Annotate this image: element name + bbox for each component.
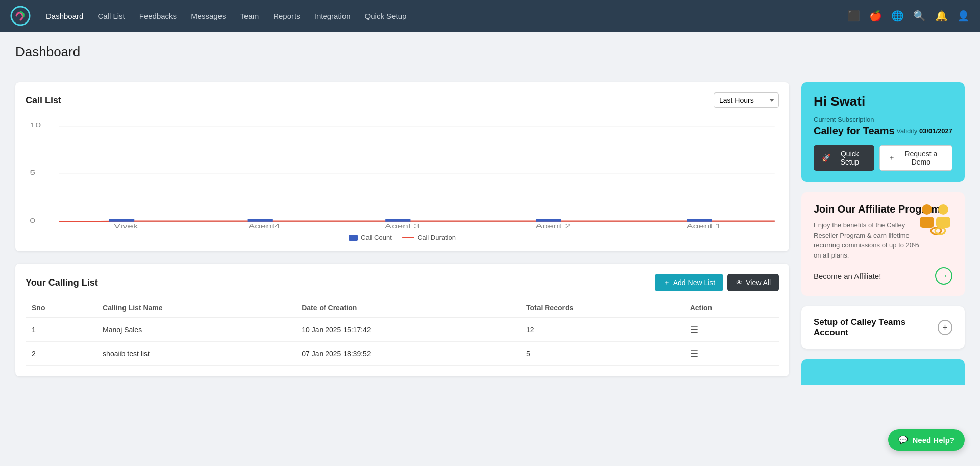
time-range-dropdown[interactable]: Last Hours Last 24 Hours Last Week Last … bbox=[714, 92, 779, 108]
chart-svg: 10 5 0 Vivek Agent4 Agent 3 Agent 2 Agen… bbox=[26, 116, 779, 228]
nav-call-list[interactable]: Call List bbox=[97, 12, 125, 20]
action-menu-icon[interactable]: ☰ bbox=[690, 348, 698, 359]
calling-list-card-header: Your Calling List ＋ Add New List 👁 View … bbox=[26, 274, 779, 291]
row1-records: 12 bbox=[520, 317, 684, 342]
legend-call-count: Call Count bbox=[349, 234, 392, 241]
validity-date: 03/01/2027 bbox=[919, 127, 952, 135]
svg-point-17 bbox=[922, 204, 932, 215]
col-action: Action bbox=[684, 298, 779, 317]
svg-text:Agent 3: Agent 3 bbox=[385, 222, 420, 228]
svg-text:Vivek: Vivek bbox=[114, 222, 138, 228]
navbar: Dashboard Call List Feedbacks Messages T… bbox=[0, 0, 980, 32]
setup-card: Setup of Calley Teams Account + bbox=[801, 306, 965, 349]
row2-action[interactable]: ☰ bbox=[684, 342, 779, 366]
svg-rect-16 bbox=[687, 219, 712, 222]
apple-icon[interactable]: 🍎 bbox=[869, 10, 882, 22]
demo-icon: ＋ bbox=[888, 153, 895, 162]
affiliate-description: Enjoy the benefits of the Calley Reselle… bbox=[814, 220, 926, 260]
row2-name: shoaiib test list bbox=[96, 342, 296, 366]
plus-icon: ＋ bbox=[663, 278, 670, 287]
affiliate-arrow-button[interactable]: → bbox=[935, 267, 952, 285]
eye-icon: 👁 bbox=[736, 278, 743, 287]
call-list-card: Call List Last Hours Last 24 Hours Last … bbox=[15, 82, 789, 251]
svg-text:Agent4: Agent4 bbox=[248, 222, 280, 228]
table-row: 1 Manoj Sales 10 Jan 2025 15:17:42 12 ☰ bbox=[26, 317, 779, 342]
navbar-links: Dashboard Call List Feedbacks Messages T… bbox=[46, 12, 832, 20]
affiliate-people-icon bbox=[916, 200, 957, 238]
row2-date: 07 Jan 2025 18:39:52 bbox=[296, 342, 520, 366]
calley-logo-icon bbox=[10, 6, 31, 26]
hi-card: Hi Swati Current Subscription Calley for… bbox=[801, 82, 965, 182]
svg-rect-20 bbox=[936, 217, 950, 228]
svg-rect-15 bbox=[536, 219, 561, 222]
row1-date: 10 Jan 2025 15:17:42 bbox=[296, 317, 520, 342]
page-title: Dashboard bbox=[15, 44, 965, 60]
validity-text: Validity 03/01/2027 bbox=[896, 127, 952, 135]
svg-text:Agent 1: Agent 1 bbox=[686, 222, 721, 228]
svg-text:0: 0 bbox=[30, 217, 35, 224]
call-count-legend-box bbox=[349, 235, 358, 241]
navbar-right: ⬛ 🍎 🌐 🔍 🔔 👤 bbox=[847, 10, 970, 22]
col-date: Date of Creation bbox=[296, 298, 520, 317]
nav-feedbacks[interactable]: Feedbacks bbox=[139, 12, 177, 20]
svg-rect-14 bbox=[385, 219, 410, 222]
nav-dashboard[interactable]: Dashboard bbox=[46, 12, 83, 20]
calling-list-card: Your Calling List ＋ Add New List 👁 View … bbox=[15, 264, 789, 376]
subscription-label: Current Subscription bbox=[814, 115, 952, 123]
col-sno: Sno bbox=[26, 298, 96, 317]
add-new-list-button[interactable]: ＋ Add New List bbox=[655, 274, 723, 291]
nav-quick-setup[interactable]: Quick Setup bbox=[365, 12, 407, 20]
nav-messages[interactable]: Messages bbox=[191, 12, 226, 20]
call-list-header: Call List Last Hours Last 24 Hours Last … bbox=[26, 92, 779, 108]
call-duration-label: Call Duration bbox=[418, 234, 456, 241]
brand-logo[interactable] bbox=[10, 6, 31, 26]
table-header: Sno Calling List Name Date of Creation T… bbox=[26, 298, 779, 317]
rocket-icon: 🚀 bbox=[822, 154, 830, 162]
left-column: Call List Last Hours Last 24 Hours Last … bbox=[15, 82, 789, 385]
action-menu-icon[interactable]: ☰ bbox=[690, 324, 698, 335]
hi-card-buttons: 🚀 Quick Setup ＋ Request a Demo bbox=[814, 145, 952, 171]
subscription-plan: Calley for Teams bbox=[814, 125, 895, 137]
call-count-label: Call Count bbox=[361, 234, 392, 241]
chart-legend: Call Count Call Duration bbox=[26, 234, 779, 241]
row1-action[interactable]: ☰ bbox=[684, 317, 779, 342]
setup-expand-button[interactable]: + bbox=[938, 320, 952, 335]
notification-icon[interactable]: 🔔 bbox=[935, 10, 948, 22]
nav-team[interactable]: Team bbox=[240, 12, 259, 20]
svg-text:10: 10 bbox=[30, 121, 41, 129]
right-column: Hi Swati Current Subscription Calley for… bbox=[801, 82, 965, 385]
table-row: 2 shoaiib test list 07 Jan 2025 18:39:52… bbox=[26, 342, 779, 366]
setup-card-header: Setup of Calley Teams Account + bbox=[814, 317, 952, 338]
affiliate-link-text: Become an Affiliate! bbox=[814, 272, 881, 281]
call-list-title: Call List bbox=[26, 95, 61, 106]
call-duration-legend-line bbox=[402, 237, 414, 238]
user-icon[interactable]: 👤 bbox=[957, 10, 970, 22]
view-all-button[interactable]: 👁 View All bbox=[727, 274, 779, 291]
affiliate-link-row: Become an Affiliate! → bbox=[814, 267, 952, 285]
android-icon[interactable]: ⬛ bbox=[847, 10, 860, 22]
row2-sno: 2 bbox=[26, 342, 96, 366]
calling-list-title: Your Calling List bbox=[26, 277, 98, 288]
quick-setup-button[interactable]: 🚀 Quick Setup bbox=[814, 145, 874, 171]
setup-card-title: Setup of Calley Teams Account bbox=[814, 317, 938, 338]
svg-point-19 bbox=[938, 204, 948, 215]
table-body: 1 Manoj Sales 10 Jan 2025 15:17:42 12 ☰ … bbox=[26, 317, 779, 366]
search-icon[interactable]: 🔍 bbox=[913, 10, 926, 22]
request-demo-button[interactable]: ＋ Request a Demo bbox=[879, 145, 952, 171]
svg-rect-13 bbox=[248, 219, 273, 222]
nav-integration[interactable]: Integration bbox=[314, 12, 351, 20]
globe-icon[interactable]: 🌐 bbox=[891, 10, 904, 22]
legend-call-duration: Call Duration bbox=[402, 234, 456, 241]
svg-rect-18 bbox=[920, 217, 934, 228]
row1-name: Manoj Sales bbox=[96, 317, 296, 342]
row2-records: 5 bbox=[520, 342, 684, 366]
svg-point-0 bbox=[11, 7, 30, 25]
bottom-blue-peek bbox=[801, 359, 965, 385]
col-records: Total Records bbox=[520, 298, 684, 317]
row1-sno: 1 bbox=[26, 317, 96, 342]
nav-reports[interactable]: Reports bbox=[273, 12, 300, 20]
calling-list-actions: ＋ Add New List 👁 View All bbox=[655, 274, 779, 291]
subscription-row: Calley for Teams Validity 03/01/2027 bbox=[814, 125, 952, 137]
call-list-chart: 10 5 0 Vivek Agent4 Agent 3 Agent 2 Agen… bbox=[26, 116, 779, 228]
main-content: Dashboard Call List Last Hours Last 24 H… bbox=[0, 32, 980, 397]
